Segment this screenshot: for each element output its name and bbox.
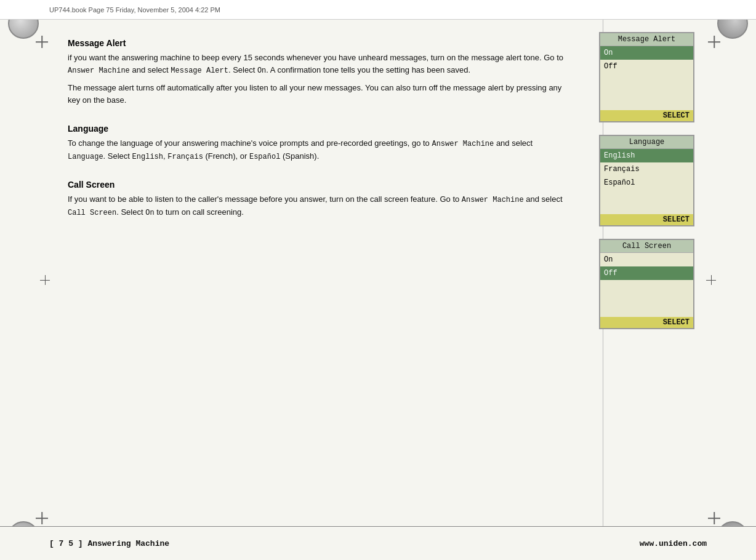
lcd-message-alert-title: Message Alert	[600, 33, 693, 46]
lcd-item-espanol: Español	[600, 176, 693, 190]
footer-left: [ 7 5 ] Answering Machine	[49, 539, 169, 548]
lcd-language-body: English Français Español SELECT	[600, 149, 693, 225]
lcd-call-screen-select[interactable]: SELECT	[600, 317, 693, 328]
crosshair-mid-right	[706, 275, 716, 285]
lcd-call-screen: Call Screen On Off SELECT	[599, 239, 694, 329]
lcd-call-screen-body: On Off SELECT	[600, 253, 693, 328]
section-message-alert: Message Alert if you want the answering …	[68, 38, 565, 106]
lcd-language-title: Language	[600, 136, 693, 149]
lcd-item-call-on: On	[600, 253, 693, 266]
header-bar: UP744.book Page 75 Friday, November 5, 2…	[0, 0, 756, 20]
main-content: Message Alert if you want the answering …	[49, 20, 707, 523]
section-call-screen: Call Screen If you want to be able to li…	[68, 180, 565, 218]
footer: [ 7 5 ] Answering Machine www.uniden.com	[0, 526, 756, 560]
lcd-item-francais: Français	[600, 162, 693, 176]
lcd-item-off: Off	[600, 60, 693, 73]
section-body-language: To change the language of your answering…	[68, 137, 565, 162]
lcd-item-english: English	[600, 149, 693, 162]
lcd-message-alert-select[interactable]: SELECT	[600, 110, 693, 121]
lcd-call-screen-title: Call Screen	[600, 240, 693, 253]
section-title-message-alert: Message Alert	[68, 38, 565, 48]
header-text: UP744.book Page 75 Friday, November 5, 2…	[49, 6, 220, 14]
lcd-language: Language English Français Español SELECT	[599, 135, 694, 226]
page: UP744.book Page 75 Friday, November 5, 2…	[0, 0, 756, 560]
lcd-message-alert: Message Alert On Off SELECT	[599, 32, 694, 122]
lcd-language-select[interactable]: SELECT	[600, 214, 693, 225]
text-column: Message Alert if you want the answering …	[49, 20, 584, 523]
section-title-language: Language	[68, 124, 565, 134]
lcd-message-alert-body: On Off SELECT	[600, 46, 693, 121]
footer-right: www.uniden.com	[640, 539, 707, 548]
section-body-call-screen: If you want to be able to listen to the …	[68, 193, 565, 218]
lcd-item-on: On	[600, 46, 693, 60]
section-language: Language To change the language of your …	[68, 124, 565, 162]
section-body-message-alert: if you want the answering machine to bee…	[68, 52, 565, 106]
section-title-call-screen: Call Screen	[68, 180, 565, 190]
screens-column: Message Alert On Off SELECT Language Eng…	[584, 20, 707, 523]
crosshair-mid-left	[40, 275, 50, 285]
lcd-item-call-off: Off	[600, 266, 693, 280]
